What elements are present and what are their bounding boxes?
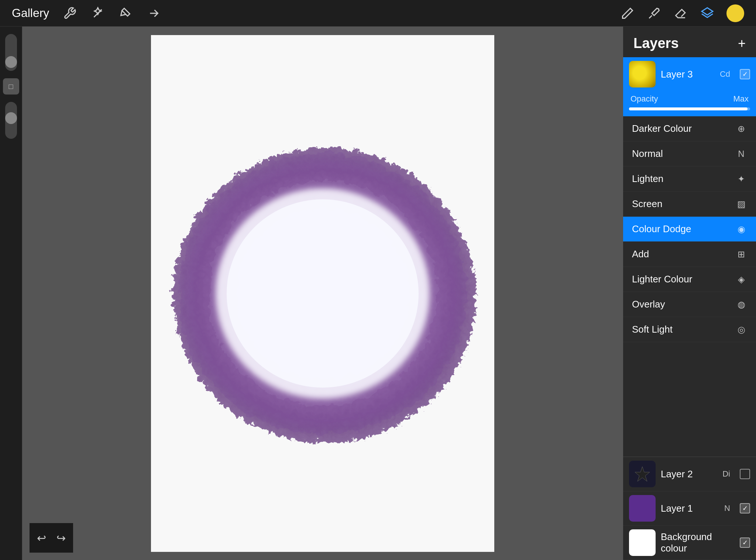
- blend-item-name: Screen: [632, 198, 662, 210]
- blend-item-name: Colour Dodge: [632, 223, 691, 235]
- canvas-area: ↩ ↪: [22, 27, 623, 560]
- undo-button[interactable]: ↩: [37, 532, 46, 544]
- smudge-icon[interactable]: [118, 6, 133, 21]
- opacity-slider-row[interactable]: [623, 105, 756, 116]
- layers-icon[interactable]: [700, 6, 715, 21]
- blend-item-darker-colour[interactable]: Darker Colour⊕: [623, 116, 756, 141]
- layer2-name: Layer 2: [661, 468, 717, 480]
- svg-point-8: [227, 199, 419, 388]
- main-area: □: [0, 27, 756, 560]
- layer3-name: Layer 3: [661, 69, 715, 80]
- blend-item-name: Lighter Colour: [632, 274, 692, 285]
- blend-item-screen[interactable]: Screen▨: [623, 192, 756, 217]
- blend-item-colour-dodge[interactable]: Colour Dodge◉: [623, 217, 756, 242]
- opacity-slider[interactable]: [629, 107, 750, 110]
- blend-item-lighter-colour[interactable]: Lighter Colour◈: [623, 267, 756, 292]
- bg-info: Background colour: [661, 531, 735, 554]
- brush-size-slider[interactable]: [5, 34, 17, 71]
- left-sidebar: □: [0, 27, 22, 560]
- layer1-checkbox[interactable]: [740, 503, 750, 513]
- layer-row-bg[interactable]: Background colour: [623, 526, 756, 560]
- blend-item-overlay[interactable]: Overlay◍: [623, 292, 756, 317]
- layer2-checkbox[interactable]: [740, 469, 750, 479]
- bg-name: Background colour: [661, 531, 735, 554]
- layer-row-layer1[interactable]: Layer 1 N: [623, 491, 756, 526]
- blend-item-icon: ◍: [735, 299, 747, 310]
- blend-item-soft-light[interactable]: Soft Light◎: [623, 317, 756, 342]
- layers-panel: Layers + Layer 3 Cd Opacity Max: [623, 27, 756, 560]
- magic-icon[interactable]: [90, 6, 105, 21]
- layer1-badge: N: [724, 504, 730, 513]
- svg-marker-1: [702, 8, 713, 15]
- blend-item-name: Soft Light: [632, 324, 673, 335]
- canvas-content: [151, 35, 494, 552]
- layer2-thumbnail: [629, 461, 656, 487]
- opacity-label: Opacity: [630, 94, 658, 104]
- topbar-right: [620, 4, 744, 22]
- blend-item-name: Add: [632, 248, 649, 260]
- add-layer-button[interactable]: +: [738, 37, 746, 50]
- blend-item-icon: ⊕: [735, 124, 747, 134]
- layers-bottom: Layer 2 Di Layer 1 N B: [623, 457, 756, 560]
- blend-item-name: Overlay: [632, 299, 665, 310]
- bottom-actions: ↩ ↪: [30, 523, 73, 553]
- layer2-info: Layer 2: [661, 468, 717, 480]
- blend-item-icon: ◉: [735, 224, 747, 234]
- bg-thumbnail: [629, 529, 656, 556]
- layer2-badge: Di: [722, 469, 730, 479]
- opacity-sidebar-slider[interactable]: [5, 102, 17, 139]
- blend-item-icon: ⊞: [735, 249, 747, 260]
- color-swatch[interactable]: [726, 4, 744, 22]
- redo-button[interactable]: ↪: [56, 532, 66, 544]
- opacity-value: Max: [733, 94, 749, 104]
- blend-item-icon: ◎: [735, 324, 747, 335]
- topbar: Gallery: [0, 0, 756, 27]
- layer3-checkbox[interactable]: [740, 69, 750, 79]
- layer-row-layer2[interactable]: Layer 2 Di: [623, 457, 756, 491]
- blend-item-lighten[interactable]: Lighten✦: [623, 166, 756, 192]
- gallery-button[interactable]: Gallery: [12, 6, 49, 20]
- blend-item-icon: ▨: [735, 199, 747, 209]
- blend-item-name: Normal: [632, 148, 663, 159]
- layers-header: Layers +: [623, 27, 756, 57]
- blend-mode-list: Darker Colour⊕NormalNLighten✦Screen▨Colo…: [623, 116, 756, 457]
- layers-title: Layers: [633, 35, 679, 51]
- eraser-icon[interactable]: [673, 6, 688, 21]
- blend-item-icon: N: [735, 149, 747, 159]
- bg-checkbox[interactable]: [740, 537, 750, 548]
- layer1-thumbnail: [629, 495, 656, 522]
- blend-item-add[interactable]: Add⊞: [623, 242, 756, 267]
- watercolor-painting: [151, 35, 494, 552]
- layer3-thumbnail: [629, 61, 656, 87]
- blend-item-name: Darker Colour: [632, 123, 692, 134]
- eyedropper-icon[interactable]: [647, 6, 662, 21]
- blend-item-name: Lighten: [632, 173, 663, 185]
- sidebar-shape-tool[interactable]: □: [3, 78, 19, 95]
- pen-icon[interactable]: [620, 6, 635, 21]
- wrench-icon[interactable]: [62, 6, 77, 21]
- layer1-name: Layer 1: [661, 503, 719, 514]
- arrow-icon[interactable]: [147, 6, 161, 21]
- blend-item-icon: ◈: [735, 274, 747, 285]
- blend-item-icon: ✦: [735, 174, 747, 184]
- layer3-badge: Cd: [720, 69, 730, 79]
- layer3-info: Layer 3: [661, 69, 715, 80]
- layer-row-layer3[interactable]: Layer 3 Cd: [623, 57, 756, 91]
- topbar-left: Gallery: [12, 6, 161, 21]
- opacity-row: Opacity Max: [623, 91, 756, 105]
- layer1-info: Layer 1: [661, 503, 719, 514]
- blend-item-normal[interactable]: NormalN: [623, 141, 756, 166]
